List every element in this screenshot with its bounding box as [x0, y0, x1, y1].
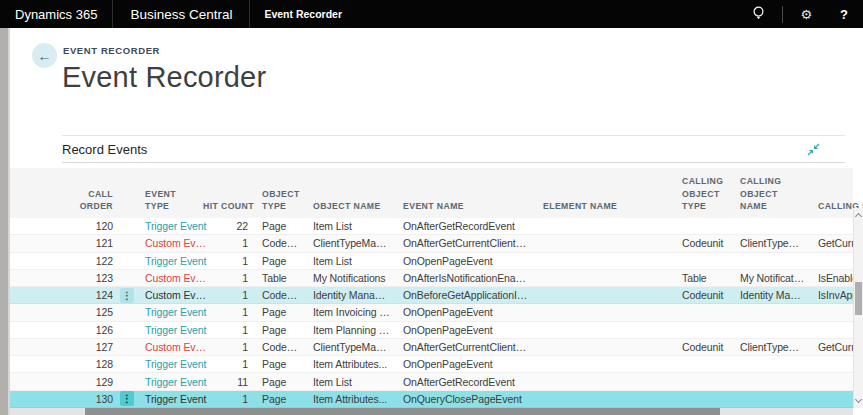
cell-hit-count: 1	[213, 289, 249, 301]
cell-call-order: 126	[10, 324, 113, 336]
table-row[interactable]: 123 Custom Eve... 1 Table My Notificatio…	[10, 270, 853, 287]
cell-object-type: Table	[249, 272, 302, 284]
table-body: 120 Trigger Event 22 Page Item List OnAf…	[10, 218, 853, 408]
settings-gear-icon[interactable]: ⚙	[787, 7, 825, 22]
cell-event-type[interactable]: Custom Eve...	[141, 341, 213, 353]
cell-event-name: OnBeforeGetApplicationIdentif...	[390, 289, 530, 301]
cell-call-order: 129	[10, 376, 113, 388]
col-header-object-name[interactable]: OBJECT NAME	[302, 200, 390, 218]
cell-event-name: OnAfterGetCurrentClientType	[390, 237, 530, 249]
cell-calling-object-type: Codeunit	[669, 341, 727, 353]
cell-hit-count: 22	[213, 220, 249, 232]
business-central-home-link[interactable]: Business Central	[113, 0, 249, 28]
table-row[interactable]: 126 Trigger Event 1 Page Item Planning F…	[10, 322, 853, 339]
table-row[interactable]: 121 Custom Eve... 1 Codeunit ClientTypeM…	[10, 235, 853, 252]
cell-row-menu: ⋮	[113, 288, 141, 303]
vertical-scrollbar-thumb[interactable]	[855, 282, 862, 315]
cell-object-type: Page	[249, 324, 302, 336]
cell-event-type[interactable]: Trigger Event	[141, 358, 213, 370]
cell-calling-object-name: ClientTypeMana...	[727, 237, 805, 249]
col-header-event-type[interactable]: EVENT TYPE	[141, 188, 203, 218]
page-content: ← EVENT RECORDER Event Recorder Record E…	[10, 28, 863, 415]
scroll-down-icon[interactable]	[855, 396, 862, 403]
cell-calling-object-name: Identity Manage...	[727, 289, 805, 301]
table-row[interactable]: 127 Custom Eve... 1 Codeunit ClientTypeM…	[10, 339, 853, 356]
cell-hit-count: 1	[213, 306, 249, 318]
row-menu-dots-icon[interactable]: ⋮	[120, 288, 134, 303]
cell-event-type[interactable]: Custom Eve...	[141, 237, 213, 249]
cell-hit-count: 1	[213, 324, 249, 336]
cell-event-type[interactable]: Trigger Event	[141, 393, 213, 405]
cell-object-name: Item Planning F...	[302, 324, 390, 336]
cell-event-name: OnAfterGetCurrentClientType	[390, 341, 530, 353]
cell-event-type[interactable]: Custom Eve...	[141, 272, 213, 284]
cell-object-name: Item Invoicing F...	[302, 306, 390, 318]
col-header-object-type[interactable]: OBJECT TYPE	[249, 188, 302, 218]
table-row[interactable]: 128 Trigger Event 1 Page Item Attributes…	[10, 356, 853, 373]
horizontal-scrollbar[interactable]	[10, 408, 853, 415]
back-button[interactable]: ←	[32, 43, 57, 68]
cell-call-order: 130	[10, 393, 113, 405]
cell-calling-object-type: Codeunit	[669, 237, 727, 249]
cell-object-name: Item Attributes...	[302, 393, 390, 405]
col-header-call-order[interactable]: CALL ORDER	[10, 188, 113, 218]
cell-calling-object-name: ClientTypeMana...	[727, 341, 805, 353]
cell-call-order: 122	[10, 255, 113, 267]
cell-object-type: Page	[249, 306, 302, 318]
cell-event-name: OnOpenPageEvent	[390, 306, 530, 318]
window-left-edge	[0, 28, 10, 415]
cell-event-type[interactable]: Trigger Event	[141, 324, 213, 336]
collapse-arrows-icon[interactable]	[806, 142, 821, 157]
row-menu-dots-icon[interactable]: ⋮	[120, 391, 134, 406]
cell-event-type[interactable]: Custom Eve...	[141, 289, 213, 301]
topbar-actions: ⚙ ?	[739, 0, 863, 28]
horizontal-scrollbar-thumb[interactable]	[85, 408, 720, 415]
cell-event-name: OnOpenPageEvent	[390, 358, 530, 370]
cell-object-type: Codeunit	[249, 341, 302, 353]
table-row[interactable]: 122 Trigger Event 1 Page Item List OnOpe…	[10, 253, 853, 270]
table-row[interactable]: 130 ⋮ Trigger Event 1 Page Item Attribut…	[10, 391, 853, 408]
table-row[interactable]: 120 Trigger Event 22 Page Item List OnAf…	[10, 218, 853, 235]
cell-hit-count: 11	[213, 376, 249, 388]
cell-object-name: Item List	[302, 376, 390, 388]
cell-call-order: 124	[10, 289, 113, 301]
col-header-calling-object-name[interactable]: CALLING OBJECT NAME	[727, 175, 805, 218]
cell-event-type[interactable]: Trigger Event	[141, 306, 213, 318]
table-header-row: CALL ORDER EVENT TYPE HIT COUNT OBJECT T…	[10, 168, 853, 218]
col-header-hit-count[interactable]: HIT COUNT	[203, 200, 249, 218]
cell-object-type: Codeunit	[249, 237, 302, 249]
cell-object-type: Page	[249, 376, 302, 388]
cell-event-type[interactable]: Trigger Event	[141, 255, 213, 267]
cell-call-order: 120	[10, 220, 113, 232]
cell-call-order: 127	[10, 341, 113, 353]
cell-object-type: Page	[249, 220, 302, 232]
cell-event-name: OnOpenPageEvent	[390, 324, 530, 336]
cell-call-order: 123	[10, 272, 113, 284]
dynamics-365-home-link[interactable]: Dynamics 365	[0, 0, 112, 28]
table-row[interactable]: 129 Trigger Event 11 Page Item List OnAf…	[10, 373, 853, 390]
col-header-event-name[interactable]: EVENT NAME	[390, 200, 530, 218]
cell-calling-object-type: Table	[669, 272, 727, 284]
cell-object-name: ClientTypeMana...	[302, 237, 390, 249]
cell-event-type[interactable]: Trigger Event	[141, 220, 213, 232]
col-header-calling-object-type[interactable]: CALLING OBJECT TYPE	[669, 175, 727, 218]
table-row[interactable]: 124 ⋮ Custom Eve... 1 Codeunit Identity …	[10, 287, 853, 304]
vertical-scrollbar[interactable]	[853, 208, 863, 408]
cell-event-type[interactable]: Trigger Event	[141, 376, 213, 388]
cell-calling-method: IsInvAppl	[805, 289, 860, 301]
help-icon[interactable]: ?	[825, 7, 863, 22]
cell-event-name: OnAfterGetRecordEvent	[390, 376, 530, 388]
cell-object-type: Codeunit	[249, 289, 302, 301]
table-row[interactable]: 125 Trigger Event 1 Page Item Invoicing …	[10, 304, 853, 321]
cell-object-name: Identity Manage...	[302, 289, 390, 301]
tell-me-lightbulb-icon[interactable]	[739, 6, 778, 22]
cell-calling-object-name: My Notifications	[727, 272, 805, 284]
col-header-element-name[interactable]: ELEMENT NAME	[530, 200, 669, 218]
cell-object-type: Page	[249, 393, 302, 405]
cell-hit-count: 1	[213, 358, 249, 370]
cell-object-name: Item List	[302, 220, 390, 232]
breadcrumb: EVENT RECORDER	[63, 45, 160, 56]
cell-hit-count: 1	[213, 255, 249, 267]
topbar-divider	[782, 6, 783, 23]
scroll-up-icon[interactable]	[855, 213, 862, 220]
